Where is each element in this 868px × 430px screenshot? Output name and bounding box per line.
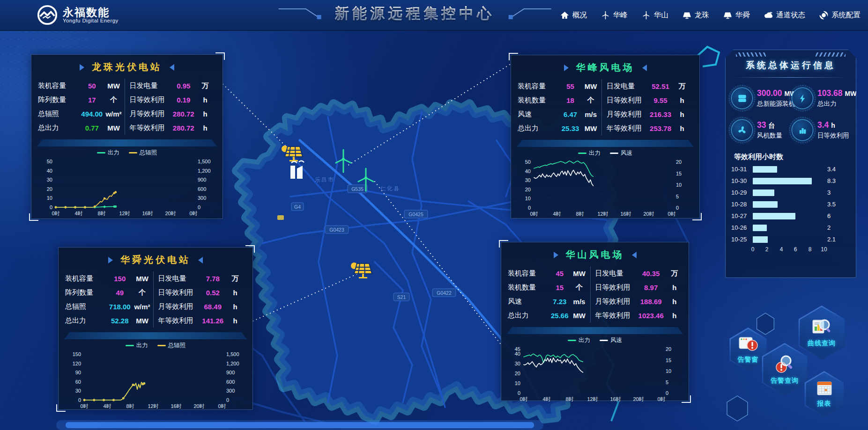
legend-item[interactable]: 风速 bbox=[600, 336, 622, 344]
svg-text:0: 0 bbox=[226, 397, 229, 403]
svg-text:15: 15 bbox=[666, 357, 671, 363]
stat-unit: w/m² bbox=[132, 303, 153, 311]
nav-item-system-config[interactable]: 系统配置 bbox=[819, 10, 861, 20]
svg-text:12时: 12时 bbox=[597, 211, 608, 217]
stat-unit: MW bbox=[580, 82, 601, 90]
home-icon bbox=[560, 11, 569, 20]
svg-text:12时: 12时 bbox=[119, 211, 130, 216]
kpi-total-output: 103.68MW 总出力 bbox=[791, 82, 851, 114]
solar-panel-icon bbox=[683, 11, 691, 20]
svg-text:G0422: G0422 bbox=[437, 290, 452, 296]
nav-item-longzhu[interactable]: 龙珠 bbox=[683, 10, 709, 20]
hex-label: 报表 bbox=[817, 400, 831, 408]
svg-text:20: 20 bbox=[676, 159, 682, 165]
stat-row: 日发电量0.95万 bbox=[130, 79, 216, 93]
stat-unit: MW bbox=[103, 124, 125, 132]
svg-text:G535: G535 bbox=[351, 186, 364, 192]
legend-item[interactable]: 出力 bbox=[568, 336, 590, 344]
kpi-value: 3.4 bbox=[817, 120, 829, 130]
svg-text:40: 40 bbox=[515, 351, 520, 357]
svg-text:0: 0 bbox=[676, 205, 679, 211]
stat-label: 风速 bbox=[508, 297, 551, 306]
stat-unit: MW bbox=[569, 312, 590, 320]
kpi-unit: 台 bbox=[768, 122, 775, 129]
svg-text:20时: 20时 bbox=[165, 211, 176, 216]
stat-unit: h bbox=[194, 124, 216, 132]
bar-category: 10-26 bbox=[731, 224, 753, 231]
stat-unit: h bbox=[224, 317, 246, 325]
stat-label: 月等效利用 bbox=[130, 109, 173, 118]
x-tick: 2 bbox=[765, 246, 769, 253]
stat-value: 45 bbox=[551, 270, 569, 277]
bar[interactable] bbox=[753, 236, 768, 243]
stat-unit: h bbox=[671, 96, 693, 104]
stat-label: 装机容量 bbox=[518, 82, 561, 91]
stat-unit: h bbox=[224, 289, 246, 297]
svg-text:45: 45 bbox=[515, 346, 520, 352]
stat-label: 月等效利用 bbox=[158, 302, 201, 311]
svg-text:20: 20 bbox=[47, 186, 52, 192]
svg-text:900: 900 bbox=[226, 370, 235, 375]
nav-item-huashun[interactable]: 华舜 bbox=[723, 10, 750, 20]
svg-text:0时: 0时 bbox=[218, 403, 226, 409]
bar[interactable] bbox=[753, 178, 812, 184]
stat-unit: h bbox=[664, 298, 685, 306]
bar[interactable] bbox=[753, 213, 795, 219]
bar[interactable] bbox=[753, 201, 778, 208]
stat-value: 0.77 bbox=[81, 124, 103, 132]
legend-item[interactable]: 出力 bbox=[126, 342, 148, 350]
stat-value: 7.23 bbox=[551, 298, 569, 306]
stat-value: 150 bbox=[108, 275, 132, 283]
nav-item-huashan[interactable]: 华山 bbox=[642, 10, 668, 20]
legend-item[interactable]: 总辐照 bbox=[157, 342, 186, 350]
svg-text:20: 20 bbox=[666, 346, 671, 352]
stat-label: 年等效利用 bbox=[607, 124, 650, 133]
wind-turbine-icon bbox=[642, 11, 651, 20]
stat-unit: h bbox=[224, 303, 246, 311]
stat-label: 装机数量 bbox=[508, 283, 551, 292]
svg-text:10: 10 bbox=[515, 380, 520, 386]
bar[interactable] bbox=[753, 189, 774, 196]
bar[interactable] bbox=[753, 225, 767, 231]
stat-label: 日发电量 bbox=[158, 274, 201, 283]
nav-item-huafeng[interactable]: 华峰 bbox=[601, 10, 628, 20]
stat-value: 9.55 bbox=[650, 96, 671, 104]
battery-icon bbox=[731, 87, 753, 109]
stat-label: 装机容量 bbox=[508, 269, 551, 278]
stat-row: 装机容量150MW bbox=[65, 271, 153, 285]
bar-chart-x-axis: 0246810 bbox=[753, 245, 828, 254]
svg-text:0时: 0时 bbox=[189, 211, 197, 216]
svg-text:120: 120 bbox=[73, 361, 81, 366]
stat-unit: h bbox=[194, 96, 216, 104]
stat-unit: h bbox=[671, 110, 693, 118]
legend-item[interactable]: 风速 bbox=[610, 149, 632, 157]
legend-item[interactable]: 出力 bbox=[578, 149, 601, 157]
x-tick: 10 bbox=[821, 246, 827, 253]
nav-item-channel-status[interactable]: 通道状态 bbox=[764, 10, 805, 20]
bar[interactable] bbox=[753, 166, 777, 173]
arrow-right-icon bbox=[564, 65, 569, 71]
stat-unit: h bbox=[671, 124, 693, 132]
stat-row: 年等效利用141.26h bbox=[158, 313, 246, 328]
svg-text:600: 600 bbox=[198, 186, 206, 192]
hatch-deco bbox=[816, 52, 846, 57]
stat-value: 52.51 bbox=[650, 82, 671, 90]
hatch-deco bbox=[736, 52, 766, 57]
svg-text:0时: 0时 bbox=[530, 211, 538, 217]
report-icon bbox=[816, 380, 833, 398]
bar-row: 10-25 2.1 bbox=[731, 233, 850, 245]
road-badge: G0422 bbox=[432, 289, 456, 297]
svg-text:30: 30 bbox=[75, 388, 81, 394]
nav-item-overview[interactable]: 概况 bbox=[560, 10, 587, 20]
bar-category: 10-30 bbox=[731, 177, 753, 184]
logo-subtitle: Yongfu Digital Energy bbox=[63, 18, 119, 23]
legend-item[interactable]: 出力 bbox=[97, 149, 119, 157]
stat-row: 阵列数量49个 bbox=[65, 285, 153, 299]
svg-text:16时: 16时 bbox=[620, 211, 631, 217]
bar-category: 10-25 bbox=[731, 236, 753, 243]
bar-category: 10-27 bbox=[731, 212, 753, 219]
chart-legend: 出力总辐照 bbox=[59, 342, 252, 350]
svg-text:4时: 4时 bbox=[103, 403, 111, 409]
stat-label: 月等效利用 bbox=[607, 110, 650, 119]
legend-item[interactable]: 总辐照 bbox=[129, 149, 157, 157]
